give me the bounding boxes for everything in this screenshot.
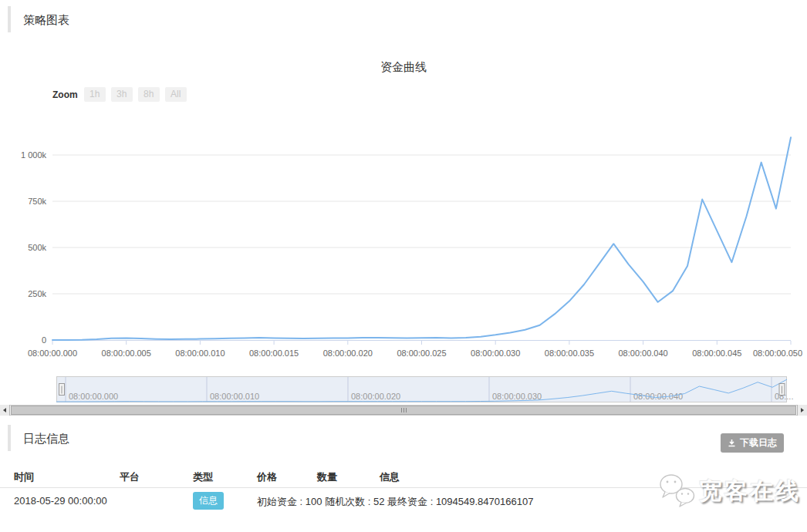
left-arrow-icon [3, 408, 6, 412]
download-icon [728, 439, 736, 447]
download-button-label: 下载日志 [740, 436, 777, 450]
column-header-4: 价格 [257, 470, 277, 484]
x-axis-label: 08:00:00.035 [545, 348, 594, 358]
y-axis-label: 1 000k [21, 150, 47, 160]
watermark: 宽客在线 [657, 472, 801, 510]
scrollbar-right-button[interactable] [797, 405, 807, 416]
scrollbar-left-button[interactable] [0, 405, 10, 416]
strategy-page: 策略图表 资金曲线 Zoom 1h3h8hAll 0250k500k750k1 … [0, 0, 807, 532]
y-axis-label: 0 [42, 335, 46, 345]
equity-chart: 0250k500k750k1 000k08:00:00.00008:00:00.… [0, 0, 807, 532]
x-axis-label: 08:00:00.010 [175, 348, 225, 358]
navigator-label: 08:00:00.040 [633, 392, 683, 401]
x-axis-label: 08:00:00.050 [753, 348, 802, 358]
navigator-label: 08:00:00.020 [351, 392, 400, 401]
y-axis-label: 500k [28, 243, 46, 252]
x-axis-label: 08:00:00.005 [102, 348, 151, 358]
navigator-label: 08:00:00.030 [492, 392, 542, 401]
x-axis-label: 08:00:00.025 [397, 348, 446, 358]
section-accent-bar [8, 425, 11, 451]
column-header-1: 时间 [14, 470, 34, 484]
column-header-3: 类型 [193, 470, 213, 484]
scrollbar-thumb[interactable] [11, 406, 796, 415]
watermark-text: 宽客在线 [699, 476, 801, 507]
download-log-button[interactable]: 下载日志 [721, 433, 784, 453]
x-axis-label: 08:00:00.000 [28, 348, 77, 358]
log-message-cell: 初始资金 : 100 随机次数 : 52 最终资金 : 1094549.8470… [257, 495, 533, 509]
equity-curve-line [52, 137, 791, 340]
y-axis-label: 250k [28, 289, 46, 298]
grip-icon [401, 408, 402, 412]
column-header-5: 数量 [317, 470, 337, 484]
x-axis-label: 08:00:00.015 [249, 348, 299, 358]
x-axis-label: 08:00:00.040 [618, 348, 667, 358]
column-header-2: 平台 [120, 470, 140, 484]
log-time-cell: 2018-05-29 00:00:00 [14, 495, 107, 507]
right-arrow-icon [801, 408, 804, 412]
x-axis-label: 08:00:00.030 [471, 348, 520, 358]
log-section-title: 日志信息 [23, 432, 69, 446]
navigator-label: 08:00:00.000 [69, 392, 118, 401]
x-axis-label: 08:00:00.020 [323, 348, 373, 358]
log-type-badge: 信息 [193, 492, 224, 510]
navigator-label: 08:00:00.010 [210, 392, 259, 401]
x-axis-label: 08:00:00.045 [692, 348, 741, 358]
wechat-logo [657, 472, 699, 510]
y-axis-label: 750k [28, 197, 46, 206]
column-header-6: 信息 [380, 470, 400, 484]
